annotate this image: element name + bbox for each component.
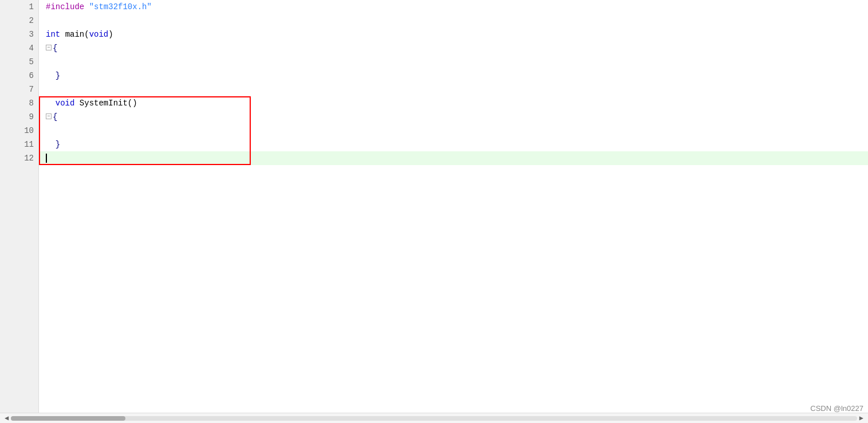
code-line-5 [39,55,868,69]
code-area[interactable]: #include "stm32f10x.h"int main(void)−{ }… [39,0,868,413]
line-number-5: 5 [0,55,38,69]
line-number-6: 6 [0,69,38,83]
line-number-7: 7 [0,83,38,96]
scrollbar-thumb[interactable] [11,416,125,421]
line-number-12: 12 [0,151,38,165]
line-numbers: 123456789101112 [0,0,39,413]
code-line-1: #include "stm32f10x.h" [39,0,868,14]
text-cursor [46,154,47,163]
fold-indicator[interactable]: − [46,45,52,50]
code-line-10 [39,124,868,138]
watermark: CSDN @ln0227 [810,404,863,413]
horizontal-scrollbar[interactable]: ◀ ▶ [0,413,868,423]
line-number-10: 10 [0,124,38,138]
code-line-7 [39,83,868,96]
line-number-8: 8 [0,96,38,110]
editor-container: 123456789101112 #include "stm32f10x.h"in… [0,0,868,413]
scroll-left-arrow[interactable]: ◀ [2,414,11,422]
code-line-4: −{ [39,41,868,55]
line-number-3: 3 [0,28,38,41]
line-number-4: 4 [0,41,38,55]
scroll-right-arrow[interactable]: ▶ [857,414,866,422]
code-line-3: int main(void) [39,28,868,41]
code-line-2 [39,14,868,28]
code-line-9: −{ [39,110,868,124]
code-line-6: } [39,69,868,83]
line-number-1: 1 [0,0,38,14]
line-number-2: 2 [0,14,38,28]
code-line-11: } [39,138,868,151]
code-line-12 [39,151,868,165]
code-line-8: void SystemInit() [39,96,868,110]
scrollbar-track[interactable] [11,416,857,421]
line-number-9: 9 [0,110,38,124]
fold-indicator[interactable]: − [46,113,52,119]
line-number-11: 11 [0,138,38,151]
